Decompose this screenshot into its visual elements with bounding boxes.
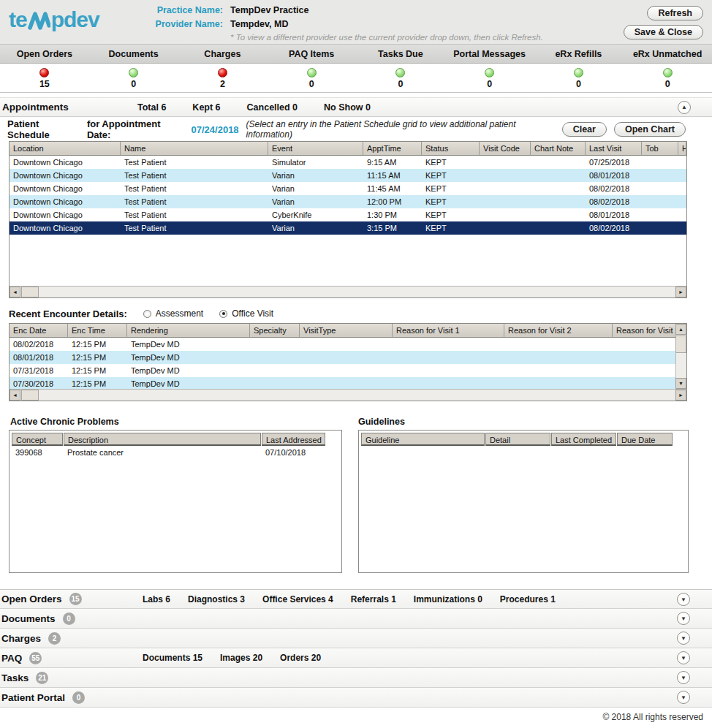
appointments-stats: Total 6Kept 6Cancelled 0No Show 0 [137,102,371,113]
encounter-vertical-scrollbar[interactable]: ▲ ▼ [675,324,686,389]
column-header-rendering[interactable]: Rendering [127,324,250,338]
green-status-light-icon [574,68,583,77]
assessment-radio[interactable] [143,310,151,318]
cell [300,338,393,351]
accordion-stat-office-services: Office Services 4 [262,594,333,604]
clear-button[interactable]: Clear [562,122,607,137]
expand-tasks-button[interactable]: ▼ [677,671,690,684]
table-row[interactable]: 08/02/201812:15 PMTempDev MD [10,338,677,351]
scroll-up-icon[interactable]: ▲ [675,324,686,335]
column-header-name[interactable]: Name [121,142,268,156]
cell [678,221,686,235]
schedule-rows: Downtown ChicagoTest PatientSimulator9:1… [10,156,686,235]
table-row[interactable]: Downtown ChicagoTest PatientSimulator9:1… [10,156,686,169]
expand-open-orders-button[interactable]: ▼ [677,593,690,606]
column-header-reason-for-visit-2[interactable]: Reason for Visit 2 [504,324,613,338]
column-header-visittype[interactable]: VisitType [300,324,393,338]
column-header-due-date[interactable]: Due Date [617,433,673,446]
scroll-down-icon[interactable]: ▼ [675,378,686,389]
cell: 11:45 AM [363,182,422,195]
provider-name-value[interactable]: Tempdev, MD [230,19,288,29]
scroll-right-icon[interactable]: ► [675,390,686,401]
status-cell-paq-items: 0 [267,64,356,92]
cell [480,195,531,208]
column-header-enc-time[interactable]: Enc Time [68,324,127,338]
chevron-down-icon: ▼ [681,615,686,622]
office-visit-radio[interactable] [219,310,227,318]
expand-documents-button[interactable]: ▼ [677,612,690,625]
refresh-button[interactable]: Refresh [647,6,703,20]
column-header-reason-for-visit-1[interactable]: Reason for Visit 1 [393,324,504,338]
cell [531,221,586,235]
table-row[interactable]: Downtown ChicagoTest PatientVarian11:15 … [10,169,686,182]
column-header-location[interactable]: Location [10,142,121,156]
scroll-left-icon[interactable]: ◄ [10,390,20,401]
office-visit-radio-label[interactable]: Office Visit [232,308,273,319]
status-label-portal-messages: Portal Messages [445,49,534,59]
table-row[interactable]: Downtown ChicagoTest PatientVarian3:15 P… [10,221,686,235]
cell: 07/10/2018 [262,446,326,459]
scroll-thumb[interactable] [21,390,39,401]
table-row[interactable]: 08/01/201812:15 PMTempDev MD [10,351,677,364]
column-header-last-visit[interactable]: Last Visit [586,142,642,156]
column-header-enc-date[interactable]: Enc Date [10,324,68,338]
red-status-light-icon [218,68,227,77]
table-row[interactable]: 399068Prostate cancer07/10/2018 [12,446,339,459]
accordion-title: Patient Portal [1,692,65,703]
green-status-light-icon [485,68,494,77]
column-header-reason-for-visit-3[interactable]: Reason for Visit 3 [613,324,677,338]
column-header-guideline[interactable]: Guideline [361,433,485,446]
save-close-button[interactable]: Save & Close [624,25,703,39]
column-header-visit-code[interactable]: Visit Code [480,142,531,156]
column-header-status[interactable]: Status [422,142,480,156]
status-count: 0 [445,79,534,89]
scroll-thumb[interactable] [21,287,39,297]
cell: Test Patient [121,221,268,235]
table-row[interactable]: Downtown ChicagoTest PatientCyberKnife1:… [10,208,686,221]
table-row[interactable]: Downtown ChicagoTest PatientVarian12:00 … [10,195,686,208]
column-header-detail[interactable]: Detail [485,433,550,446]
schedule-horizontal-scrollbar[interactable]: ◄ ► [10,286,686,297]
column-header-ht[interactable]: HT [678,142,686,156]
scroll-thumb[interactable] [675,335,686,353]
column-header-specialty[interactable]: Specialty [250,324,300,338]
open-chart-button[interactable]: Open Chart [614,122,686,137]
column-header-chart-note[interactable]: Chart Note [531,142,586,156]
cell: 3:15 PM [363,221,422,235]
column-header-last-completed[interactable]: Last Completed [551,433,616,446]
column-header-last-addressed[interactable]: Last Addressed [262,433,325,446]
expand-patient-portal-button[interactable]: ▼ [677,691,690,704]
expand-paq-button[interactable]: ▼ [677,651,690,664]
cell: TempDev MD [127,351,250,364]
table-row[interactable]: 07/31/201812:15 PMTempDev MD [10,364,677,377]
cell [678,195,686,208]
provider-note: * To view a different provider use the c… [230,33,543,42]
accordion-sections: Open Orders15Labs 6Diagnostics 3Office S… [0,589,712,708]
expand-charges-button[interactable]: ▼ [677,632,690,645]
assessment-radio-label[interactable]: Assessment [156,308,203,319]
collapse-appointments-button[interactable]: ▲ [678,101,691,114]
column-header-concept[interactable]: Concept [12,433,63,446]
cell [250,364,300,377]
table-row[interactable]: Downtown ChicagoTest PatientVarian11:45 … [10,182,686,195]
patient-schedule-title: Patient Schedule [7,118,83,140]
cell [250,338,300,351]
column-header-event[interactable]: Event [268,142,363,156]
column-header-tob[interactable]: Tob [642,142,678,156]
count-badge: 21 [36,672,48,684]
status-count: 0 [356,79,445,89]
encounter-horizontal-scrollbar[interactable]: ◄ ► [10,389,686,401]
cell: Prostate cancer [64,446,262,459]
accordion-title: PAQ [1,653,22,664]
scroll-left-icon[interactable]: ◄ [10,287,20,297]
appointment-date-value[interactable]: 07/24/2018 [192,124,239,135]
guidelines-grid: GuidelineDetailLast CompletedDue Date [358,430,689,573]
cell [393,338,504,351]
column-header-appttime[interactable]: ApptTime [363,142,422,156]
column-header-description[interactable]: Description [64,433,261,446]
cell [300,364,393,377]
accordion-stat-orders: Orders 20 [280,653,321,663]
scroll-right-icon[interactable]: ► [675,287,686,297]
accordion-stat-documents: Documents 15 [143,653,202,663]
cell [504,364,613,377]
